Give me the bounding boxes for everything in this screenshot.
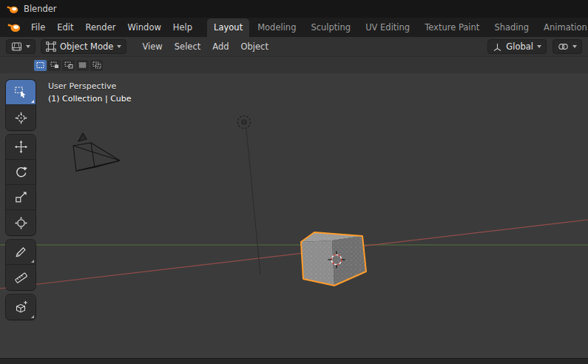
camera-object[interactable] xyxy=(73,133,120,171)
select-mode-intersect[interactable] xyxy=(90,60,103,71)
select-extend-icon xyxy=(50,61,59,69)
tab-sculpting[interactable]: Sculpting xyxy=(304,18,357,37)
light-object[interactable] xyxy=(238,116,251,129)
menu-render[interactable]: Render xyxy=(80,18,122,37)
viewport-header: Object Mode View Select Add Object Globa… xyxy=(0,37,588,56)
tab-shading[interactable]: Shading xyxy=(487,18,535,37)
app-menus: File Edit Render Window Help xyxy=(4,18,198,37)
cursor-tool-icon xyxy=(14,111,28,125)
snap-rings-icon xyxy=(558,42,569,51)
select-invert-icon xyxy=(78,61,87,69)
toolgroup-select xyxy=(6,80,36,130)
transform-orientation-dropdown[interactable]: Global xyxy=(487,39,547,54)
blender-logo-icon xyxy=(7,4,18,14)
timeline-editor-edge xyxy=(0,358,588,364)
orientation-axes-icon xyxy=(493,42,502,52)
menu-help[interactable]: Help xyxy=(167,18,198,37)
select-mode-subtract[interactable] xyxy=(62,60,75,71)
editor-3d-viewport-icon xyxy=(11,41,22,52)
mode-dropdown[interactable]: Object Mode xyxy=(41,39,126,54)
select-mode-extend[interactable] xyxy=(48,60,61,71)
annotate-tool-icon xyxy=(14,245,28,259)
menu-add[interactable]: Add xyxy=(206,38,234,55)
rotate-tool-icon xyxy=(14,165,28,179)
blender-menu-icon[interactable] xyxy=(7,22,21,33)
tool-annotate[interactable] xyxy=(6,240,36,265)
tab-layout[interactable]: Layout xyxy=(207,18,249,37)
chevron-down-icon xyxy=(537,45,541,48)
add-cube-tool-icon xyxy=(14,300,28,314)
blender-window: Blender File Edit Render Window Help Lay… xyxy=(0,0,588,364)
toolgroup-annotate xyxy=(6,240,36,290)
tool-add-cube[interactable] xyxy=(6,294,36,320)
move-tool-icon xyxy=(14,140,28,154)
tool-transform[interactable] xyxy=(6,210,36,235)
workspace-tabs: Layout Modeling Sculpting UV Editing Tex… xyxy=(207,18,588,37)
tab-texture-paint[interactable]: Texture Paint xyxy=(418,18,486,37)
tab-modeling[interactable]: Modeling xyxy=(251,18,303,37)
cube-object[interactable] xyxy=(301,232,366,286)
chevron-down-icon xyxy=(572,45,577,48)
select-set-icon xyxy=(36,61,45,69)
toolgroup-transform xyxy=(6,135,36,235)
transform-tool-icon xyxy=(14,216,28,230)
viewport-scene[interactable] xyxy=(0,73,588,358)
object-mode-icon xyxy=(46,41,56,52)
tab-uv-editing[interactable]: UV Editing xyxy=(359,18,416,37)
menu-select[interactable]: Select xyxy=(169,38,206,55)
tool-scale[interactable] xyxy=(6,185,36,210)
chevron-down-icon xyxy=(26,45,30,48)
tool-cursor[interactable] xyxy=(6,105,36,130)
chevron-down-icon xyxy=(117,45,121,48)
mode-dropdown-label: Object Mode xyxy=(60,41,113,52)
tab-animation[interactable]: Animation xyxy=(537,18,588,37)
menu-window[interactable]: Window xyxy=(121,18,166,37)
tool-select-box[interactable] xyxy=(6,80,36,105)
title-bar: Blender xyxy=(0,0,588,18)
viewport-3d[interactable]: User Perspective (1) Collection | Cube xyxy=(0,73,588,358)
light-axis-line xyxy=(246,129,260,274)
menu-view[interactable]: View xyxy=(136,38,168,55)
menu-edit[interactable]: Edit xyxy=(51,18,79,37)
measure-tool-icon xyxy=(14,271,28,285)
toolgroup-add xyxy=(6,294,36,320)
orientation-label: Global xyxy=(506,41,533,52)
select-intersect-icon xyxy=(92,61,101,69)
tool-move[interactable] xyxy=(6,135,36,160)
box-select-icon xyxy=(14,85,28,99)
select-mode-invert[interactable] xyxy=(76,60,89,71)
window-title: Blender xyxy=(24,4,57,14)
tool-settings-bar xyxy=(0,56,588,73)
scale-tool-icon xyxy=(14,190,28,204)
viewport-header-right: Global xyxy=(487,39,582,54)
select-mode-set[interactable] xyxy=(34,60,47,71)
menu-bar: File Edit Render Window Help Layout Mode… xyxy=(0,18,588,37)
select-subtract-icon xyxy=(64,61,73,69)
snapping-dropdown[interactable] xyxy=(552,39,582,54)
tool-rotate[interactable] xyxy=(6,160,36,185)
viewport-menus: View Select Add Object xyxy=(136,38,274,55)
menu-file[interactable]: File xyxy=(25,18,51,37)
editor-type-selector[interactable] xyxy=(6,39,36,54)
tool-measure[interactable] xyxy=(6,265,36,290)
toolbar xyxy=(6,80,36,320)
menu-object[interactable]: Object xyxy=(235,38,274,55)
x-axis-line xyxy=(0,220,588,289)
